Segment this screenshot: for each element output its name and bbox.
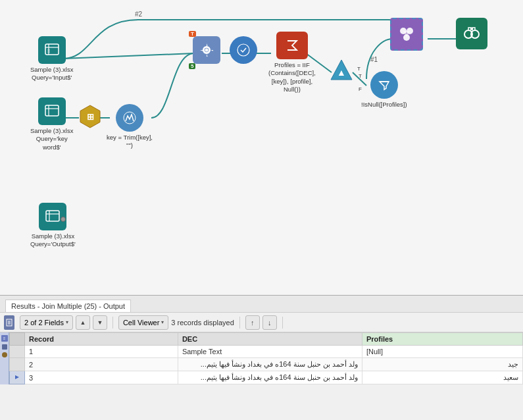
table-row: 3 ولد أحمد بن حنبل سنة 164ه في بغداد ونش…: [10, 371, 523, 384]
table-section: ≡ Record DEC Profiles 1: [0, 332, 523, 384]
node-input2[interactable]: Sample (3).xlsxQuery='keyword$': [30, 97, 73, 151]
panel-icon-1[interactable]: [4, 315, 14, 330]
svg-point-19: [205, 49, 209, 52]
fields-dropdown[interactable]: 2 of 2 Fields ▾: [20, 315, 73, 330]
svg-point-16: [124, 112, 136, 124]
sort-desc-button[interactable]: ▼: [93, 315, 107, 330]
svg-text:▲: ▲: [337, 67, 346, 78]
cell-dec-1: Sample Text: [178, 346, 362, 358]
cell-viewer-dropdown[interactable]: Cell Viewer ▾: [118, 315, 168, 330]
node-joinmulti[interactable]: [390, 18, 423, 51]
node-input3-port: [61, 217, 66, 222]
toolbar-sep-2: [239, 317, 240, 328]
table-row: 2 ولد أحمد بن حنبل سنة 164ه في بغداد ونش…: [10, 358, 523, 371]
svg-rect-11: [46, 211, 59, 221]
cell-profiles-1: [Null]: [362, 346, 522, 358]
sidebar-icon-3: [2, 352, 7, 357]
cell-record-1: 1: [25, 346, 178, 358]
fields-count-label: 2 of 2 Fields: [24, 319, 64, 327]
node-lab2[interactable]: [230, 36, 257, 64]
row-indicator-selected: [10, 371, 25, 384]
svg-rect-8: [45, 105, 59, 116]
cell-dec-2: ولد أحمد بن حنبل سنة 164ه في بغداد ونشأ …: [178, 358, 362, 371]
records-count-label: 3 records displayed: [171, 319, 234, 327]
svg-text:T: T: [357, 66, 361, 72]
col-header-record: Record: [25, 333, 178, 346]
sidebar-strip: ≡: [0, 332, 9, 384]
results-tab[interactable]: Results - Join Multiple (25) - Output: [5, 300, 131, 312]
col-header-indicator: [10, 333, 25, 346]
sort-asc-button[interactable]: ▲: [76, 315, 90, 330]
sidebar-icon-1: ≡: [1, 335, 8, 342]
node-input1-label: Sample (3).xlsxQuery='Input$': [30, 66, 73, 82]
cell-profiles-2: جيد: [362, 358, 522, 371]
cell-record-3: 3: [25, 371, 178, 384]
row-indicator: [10, 358, 25, 371]
svg-text:#1: #1: [370, 56, 378, 63]
svg-marker-33: [15, 375, 19, 379]
node-input3-label: Sample (3).xlsxQuery='Output$': [30, 232, 76, 249]
node-sigma-label: Profiles = IIF(Contains([DEC],[key]), [p…: [268, 61, 316, 93]
node-union[interactable]: ▲: [329, 58, 354, 83]
results-tab-bar: Results - Join Multiple (25) - Output: [0, 296, 523, 313]
fields-chevron-icon: ▾: [66, 319, 68, 325]
toolbar-sep-3: [282, 317, 283, 328]
cell-viewer-label: Cell Viewer: [123, 319, 159, 327]
results-toolbar: 2 of 2 Fields ▾ ▲ ▼ Cell Viewer ▾ 3 reco…: [0, 313, 523, 332]
svg-point-20: [237, 44, 249, 56]
svg-text:#2: #2: [135, 11, 143, 18]
cell-record-2: 2: [25, 358, 178, 371]
cell-viewer-chevron-icon: ▾: [161, 319, 164, 325]
node-lab1[interactable]: key = Trim([key],""): [107, 104, 153, 150]
prev-record-button[interactable]: ↑: [245, 315, 260, 330]
cell-profiles-3: سعيد: [362, 371, 522, 384]
svg-rect-28: [470, 28, 473, 30]
node-input3[interactable]: Sample (3).xlsxQuery='Output$': [30, 203, 76, 249]
data-table: Record DEC Profiles 1 Sample Text [Null]: [9, 332, 523, 384]
node-filter-label: !IsNull([Profiles]): [361, 101, 407, 109]
table-row: 1 Sample Text [Null]: [10, 346, 523, 358]
col-header-profiles: Profiles: [362, 333, 522, 346]
col-header-dec: DEC: [178, 333, 362, 346]
next-record-button[interactable]: ↓: [262, 315, 277, 330]
cell-dec-3: ولد أحمد بن حنبل سنة 164ه في بغداد ونشأ …: [178, 371, 362, 384]
svg-text:⊞: ⊞: [87, 112, 94, 122]
results-panel: Results - Join Multiple (25) - Output 2 …: [0, 295, 523, 384]
node-input2-label: Sample (3).xlsxQuery='keyword$': [30, 127, 73, 151]
svg-rect-5: [45, 44, 59, 55]
node-config[interactable]: T 5: [193, 36, 220, 64]
sidebar-icon-2: [2, 344, 7, 350]
node-input1[interactable]: Sample (3).xlsxQuery='Input$': [30, 36, 73, 82]
workflow-canvas[interactable]: #2 T #1 T F Sample (3).xlsxQuery='Inp: [0, 0, 523, 295]
toolbar-sep-1: [112, 317, 113, 328]
node-filter[interactable]: !IsNull([Profiles]): [361, 71, 407, 109]
node-sigma[interactable]: Profiles = IIF(Contains([DEC],[key]), [p…: [268, 32, 316, 93]
node-geo[interactable]: ⊞: [78, 104, 103, 131]
node-browse[interactable]: [456, 18, 487, 49]
row-indicator: [10, 346, 25, 358]
node-lab1-label: key = Trim([key],""): [107, 134, 153, 150]
